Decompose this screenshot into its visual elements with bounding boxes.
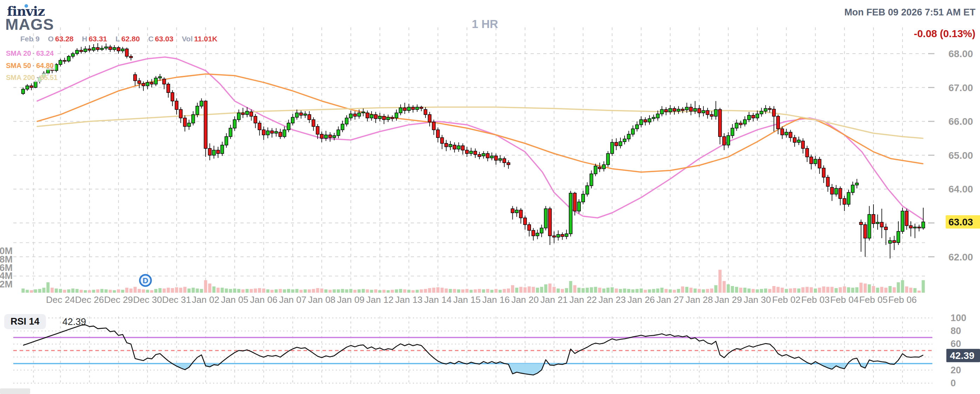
price-chart-canvas[interactable]: 68.0067.0066.0065.0064.0062.0063.031.0M0…: [0, 0, 980, 394]
dividend-marker[interactable]: D: [140, 275, 151, 286]
volume-bars: [21, 270, 924, 293]
svg-text:Feb 03: Feb 03: [801, 294, 830, 305]
svg-text:Dec 29: Dec 29: [104, 294, 133, 305]
chart-window: 68.0067.0066.0065.0064.0062.0063.031.0M0…: [0, 0, 980, 394]
svg-text:64.00: 64.00: [948, 184, 973, 195]
quote-open: O63.28: [48, 35, 73, 43]
svg-text:Jan 07: Jan 07: [279, 294, 306, 305]
rsi-line: [23, 325, 923, 375]
svg-text:Jan 26: Jan 26: [627, 294, 655, 305]
volume-axis-labels: 1.0M0.8M0.6M0.4M0.2M: [0, 246, 13, 289]
svg-text:Jan 15: Jan 15: [453, 294, 480, 305]
sma20-line: [37, 57, 923, 220]
svg-text:Jan 05: Jan 05: [221, 294, 248, 305]
logo-dot-icon: [24, 4, 28, 8]
last-price-badge: 63.03: [946, 215, 980, 229]
svg-text:80: 80: [951, 326, 961, 336]
quote-volume: Vol11.01K: [182, 35, 218, 43]
rsi-current-value: 42.39: [62, 316, 86, 327]
svg-text:Jan 23: Jan 23: [598, 294, 626, 305]
svg-text:Dec 31: Dec 31: [162, 294, 191, 305]
quote-row: Feb 9 O63.28 H63.31 L62.80 C63.03 Vol11.…: [20, 35, 217, 43]
svg-text:Jan 28: Jan 28: [686, 294, 713, 305]
svg-text:Dec 24: Dec 24: [46, 294, 75, 305]
svg-text:Jan 16: Jan 16: [482, 294, 510, 305]
svg-text:Jan 30: Jan 30: [744, 294, 771, 305]
svg-text:68.00: 68.00: [948, 48, 973, 59]
candles: [22, 43, 925, 258]
quote-low: L62.80: [116, 35, 140, 43]
svg-text:100: 100: [951, 313, 966, 323]
svg-text:60: 60: [951, 338, 961, 349]
price-axis-labels: 68.0067.0066.0065.0064.0062.00: [948, 48, 973, 262]
svg-text:Feb 06: Feb 06: [888, 294, 916, 305]
svg-text:0: 0: [951, 378, 956, 388]
svg-text:66.00: 66.00: [948, 116, 973, 127]
svg-text:Jan 29: Jan 29: [715, 294, 742, 305]
rsi-oversold-shade: [172, 364, 895, 375]
quote-date: Feb 9: [20, 35, 40, 43]
rsi-indicator-label[interactable]: RSI 14: [4, 314, 46, 329]
svg-text:Feb 05: Feb 05: [859, 294, 888, 305]
bottom-corner-fragment: [0, 388, 30, 394]
svg-text:Jan 02: Jan 02: [192, 294, 220, 305]
legend-sma20[interactable]: SMA 20·63.24: [4, 49, 56, 58]
rsi-value-badge: 42.39: [947, 349, 980, 362]
svg-text:Jan 13: Jan 13: [395, 294, 423, 305]
svg-text:Jan 06: Jan 06: [250, 294, 277, 305]
quote-high: H63.31: [82, 35, 107, 43]
volume-gridlines: [13, 243, 925, 276]
legend-sma200[interactable]: SMA 200·65.51: [4, 73, 59, 82]
svg-text:Jan 09: Jan 09: [337, 294, 364, 305]
date-axis: Dec 24Dec 26Dec 29Dec 30Dec 31Jan 02Jan …: [46, 294, 916, 305]
svg-text:20: 20: [951, 365, 961, 375]
rsi-gridlines: [13, 318, 932, 383]
datetime-label: Mon FEB 09 2026 7:51 AM ET: [844, 7, 975, 18]
svg-text:Jan 14: Jan 14: [424, 294, 452, 305]
svg-text:Jan 27: Jan 27: [657, 294, 684, 305]
svg-text:42.39: 42.39: [950, 350, 974, 361]
price-change-label: -0.08 (0.13%): [914, 28, 975, 40]
svg-text:Jan 20: Jan 20: [511, 294, 539, 305]
svg-text:Jan 21: Jan 21: [541, 294, 568, 305]
ticker-symbol: MAGS: [5, 16, 54, 33]
svg-text:Dec 26: Dec 26: [75, 294, 104, 305]
legend-sma50[interactable]: SMA 50·64.80: [4, 61, 56, 70]
svg-text:Feb 04: Feb 04: [830, 294, 859, 305]
svg-text:D: D: [143, 276, 148, 285]
timeframe-label: 1 HR: [472, 17, 498, 31]
svg-text:Jan 08: Jan 08: [308, 294, 336, 305]
svg-text:Jan 12: Jan 12: [366, 294, 394, 305]
svg-text:Dec 30: Dec 30: [133, 294, 162, 305]
svg-text:Jan 22: Jan 22: [570, 294, 597, 305]
quote-close: C63.03: [148, 35, 173, 43]
svg-text:62.00: 62.00: [948, 252, 973, 262]
svg-text:63.03: 63.03: [948, 217, 973, 227]
rsi-level-lines: [13, 338, 932, 364]
svg-text:0.2M: 0.2M: [0, 279, 13, 289]
svg-text:65.00: 65.00: [948, 150, 973, 161]
svg-text:Feb 02: Feb 02: [772, 294, 800, 305]
svg-text:67.00: 67.00: [948, 83, 973, 93]
